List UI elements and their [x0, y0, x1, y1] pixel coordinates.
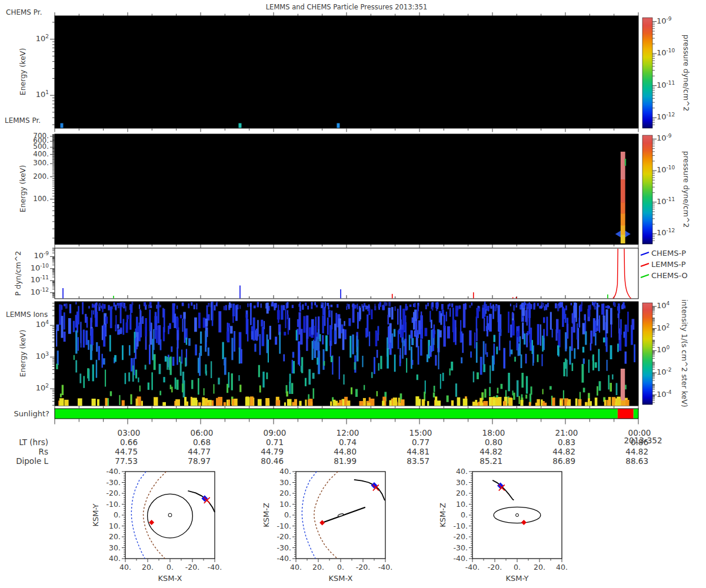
- ephemeris-value: 86.89: [534, 457, 575, 466]
- event-position-marker: [149, 520, 154, 525]
- orbit-ytick: 20.: [174, 489, 291, 497]
- time-tick-label: 06:00: [181, 429, 222, 437]
- ephemeris-row-label-rs: Rs: [0, 447, 48, 456]
- ephemeris-row-label-dipole: Dipole L: [0, 457, 48, 466]
- ephemeris-value: 83.57: [388, 457, 429, 466]
- panel1-side-label-top: CHEMS Pr.: [6, 9, 42, 16]
- ephemeris-value: 44.82: [461, 447, 502, 456]
- panel4-ytick: 102: [0, 383, 49, 393]
- ephemeris-value: 44.80: [315, 447, 357, 456]
- ephemeris-value: 44.77: [169, 447, 211, 456]
- time-tick-label: 18:00: [473, 429, 514, 437]
- ephemeris-value: 0.68: [169, 438, 211, 447]
- orbit3-xlabel: KSM-Y: [473, 574, 561, 583]
- orbit-ytick: -20.: [174, 533, 291, 541]
- legend-item-chems-p: CHEMS-P: [651, 249, 686, 258]
- orbit-ytick: 0.: [350, 511, 468, 519]
- panel1-side-label-bottom: LEMMS Pr.: [5, 117, 41, 125]
- time-tick-label: 09:00: [254, 429, 295, 437]
- colorbar-intensity-tick: 100: [657, 345, 670, 355]
- colorbar-pressure-2-tick: 10-12: [657, 228, 675, 238]
- panel4-ytick: 103: [0, 352, 49, 361]
- ephemeris-value: 77.53: [96, 457, 138, 466]
- panel4-ytick: 104: [0, 320, 49, 329]
- ephemeris-value: 44.81: [388, 447, 429, 456]
- time-tick-label: 21:00: [546, 429, 587, 437]
- ephemeris-value: 0.80: [461, 438, 502, 447]
- orbit-ytick: 0.: [174, 511, 291, 519]
- orbit2-xlabel: KSM-X: [297, 574, 385, 583]
- orbit-ytick: -20.: [3, 489, 121, 497]
- panel2-ytick: 300.: [0, 159, 49, 167]
- colorbar-pressure-2-tick: 10-10: [657, 165, 675, 175]
- colorbar-intensity-tick: 102: [657, 323, 670, 333]
- legend-item-lemms-p: LEMMS-P: [651, 260, 686, 269]
- orbit-ytick: 40.: [174, 467, 291, 476]
- sunlight-segment: [634, 409, 638, 419]
- colorbar-intensity-tick: 104: [657, 301, 670, 310]
- orbit-ytick: -30.: [174, 544, 291, 552]
- colorbar-pressure-2: [642, 135, 652, 244]
- sunlight-segment: [55, 409, 618, 419]
- panel2-ytick: 200.: [0, 173, 49, 181]
- time-tick-label: 15:00: [400, 429, 441, 437]
- panel1-ylabel: Energy (keV): [18, 48, 27, 96]
- ephemeris-value: 85.21: [461, 457, 502, 466]
- ephemeris-value: 81.99: [315, 457, 357, 466]
- orbit1-xlabel: KSM-X: [126, 574, 214, 583]
- orbit-ytick: 10.: [350, 500, 468, 509]
- ephemeris-value: 44.82: [534, 447, 575, 456]
- panel-pressure-lines: [55, 248, 638, 299]
- colorbar-intensity-tick: 10-2: [657, 368, 672, 377]
- ephemeris-value: 88.63: [607, 457, 648, 466]
- ephemeris-value: 80.46: [242, 457, 284, 466]
- ephemeris-value: 44.79: [242, 447, 284, 456]
- orbit-ytick: 40.: [3, 554, 121, 563]
- orbit-ytick: 30.: [350, 479, 468, 487]
- panel2-ytick: 100.: [0, 195, 49, 203]
- ephemeris-value: 0.83: [534, 438, 575, 447]
- figure: LEMMS and CHEMS Particle Pressures 2013:…: [0, 0, 706, 588]
- orbit-xtick: 40.: [547, 563, 577, 572]
- orbit-ytick: -20.: [350, 533, 468, 541]
- colorbar-pressure-2-tick: 10-9: [657, 133, 672, 143]
- orbit-ytick: -40.: [350, 554, 468, 563]
- colorbar4-label: intensity 1/(s cm^2 ster keV): [680, 299, 689, 407]
- time-tick-label: 03:00: [108, 429, 149, 437]
- orbit-ytick: -30.: [350, 544, 468, 552]
- ephemeris-row-label-lt: LT (hrs): [0, 438, 48, 447]
- ephemeris-value: 0.86: [607, 438, 648, 447]
- ephemeris-value: 0.66: [96, 438, 138, 447]
- orbit-ytick: 40.: [350, 467, 468, 476]
- orbit-ytick: -40.: [174, 554, 291, 563]
- panel3-ytick: 10-12: [0, 288, 49, 297]
- panel2-ytick: 400.: [0, 151, 49, 158]
- colorbar-intensity-tick: 10-4: [657, 390, 672, 399]
- ephemeris-value: 0.74: [315, 438, 357, 447]
- panel-chems-pressure: [55, 16, 638, 128]
- orbit-ytick: -10.: [174, 522, 291, 530]
- ephemeris-value: 0.77: [388, 438, 429, 447]
- colorbar-pressure-1-tick: 10-11: [657, 81, 675, 90]
- orbit-ytick: -10.: [3, 500, 121, 509]
- panel1-ytick: 102: [0, 34, 49, 44]
- panel1-ytick: 101: [0, 90, 49, 99]
- colorbar1-label: pressure dyne/cm^2: [682, 35, 691, 112]
- orbit-xtick: -40.: [371, 563, 400, 572]
- event-position-marker: [521, 520, 527, 525]
- colorbar-intensity: [642, 303, 652, 405]
- orbit-ytick: 20.: [3, 533, 121, 541]
- event-position-marker: [319, 520, 325, 525]
- orbit-plot-3: [469, 472, 562, 562]
- ephemeris-value: 0.71: [242, 438, 284, 447]
- ephemeris-value: 78.97: [169, 457, 211, 466]
- ephemeris-value: 44.75: [96, 447, 138, 456]
- orbit-ytick: -30.: [3, 479, 121, 487]
- orbit-ytick: 30.: [174, 479, 291, 487]
- panel4-side-label: LEMMS Ions: [6, 311, 48, 319]
- colorbar-pressure-1-tick: 10-10: [657, 48, 675, 58]
- ephemeris-value: 44.82: [607, 447, 648, 456]
- sunlight-segment: [618, 409, 634, 419]
- time-tick-label: 12:00: [327, 429, 368, 437]
- legend-item-chems-o: CHEMS-O: [651, 272, 688, 280]
